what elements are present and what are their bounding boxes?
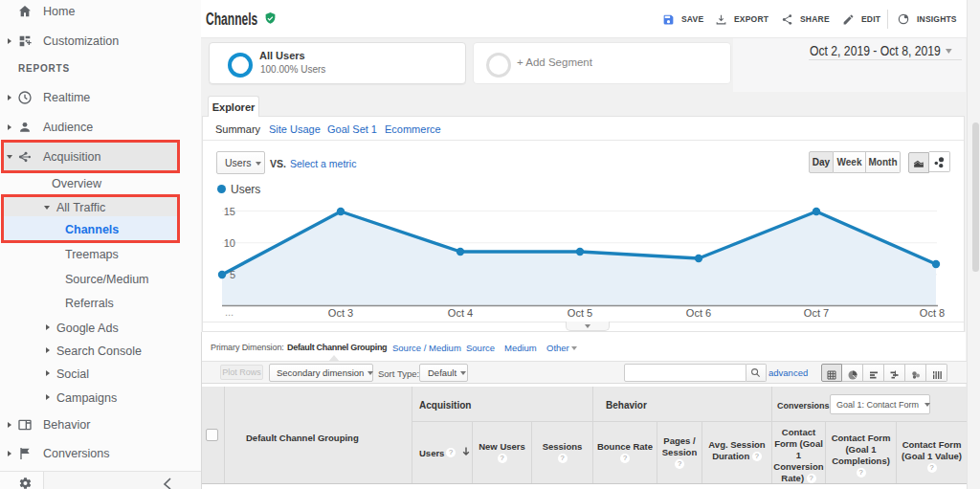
svg-text:Oct 6: Oct 6 (686, 307, 711, 319)
svg-text:Oct 5: Oct 5 (568, 307, 592, 319)
svg-text:15: 15 (224, 206, 235, 217)
svg-text:Oct 7: Oct 7 (804, 307, 829, 319)
svg-text:10: 10 (224, 237, 235, 249)
svg-text:...: ... (225, 306, 234, 318)
svg-text:Oct 8: Oct 8 (920, 307, 945, 319)
svg-text:Oct 4: Oct 4 (448, 307, 473, 319)
svg-text:Oct 3: Oct 3 (328, 307, 353, 319)
svg-text:5: 5 (230, 269, 235, 280)
